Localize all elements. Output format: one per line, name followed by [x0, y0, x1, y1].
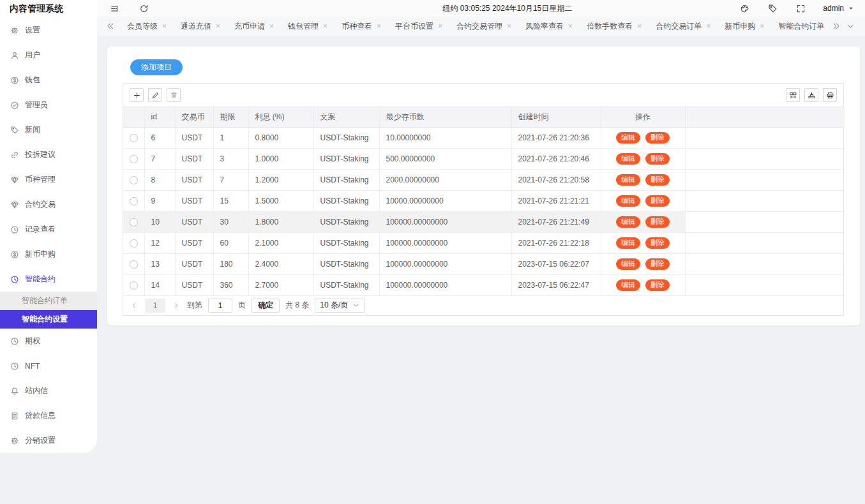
tab-member-level[interactable]: 会员等级×	[120, 17, 174, 36]
edit-button[interactable]: 编辑	[616, 258, 640, 270]
row-radio[interactable]	[130, 176, 138, 184]
collapse-icon[interactable]	[109, 3, 120, 14]
sidebar-item-settings[interactable]: 设置	[0, 18, 97, 43]
goto-page-input[interactable]	[208, 299, 232, 313]
close-icon[interactable]: ×	[269, 22, 274, 30]
plus-icon	[133, 91, 141, 100]
sidebar-item-wallet[interactable]: 钱包	[0, 68, 97, 93]
edit-button[interactable]: 编辑	[616, 174, 640, 186]
tab-risk-rate-view[interactable]: 风险率查看×	[518, 17, 580, 36]
delete-button[interactable]: 删除	[645, 195, 670, 207]
sidebar-item-loan-info[interactable]: 贷款信息	[0, 403, 97, 428]
table-header-row: id交易币期限利息 (%)文案最少存币数创建时间操作	[123, 107, 845, 127]
delete-row-button[interactable]	[167, 88, 181, 102]
palette-icon[interactable]	[739, 3, 750, 14]
row-radio[interactable]	[130, 134, 138, 142]
row-radio[interactable]	[130, 239, 138, 248]
page-next-icon[interactable]	[171, 300, 181, 311]
close-icon[interactable]: ×	[760, 22, 764, 30]
delete-button[interactable]: 删除	[645, 132, 670, 144]
close-icon[interactable]: ×	[162, 22, 167, 30]
export-button[interactable]	[804, 88, 818, 102]
sidebar-item-records-view[interactable]: 记录查看	[0, 217, 97, 242]
delete-button[interactable]: 删除	[645, 174, 670, 186]
sidebar-item-users[interactable]: 用户	[0, 43, 97, 68]
edit-button[interactable]: 编辑	[616, 216, 640, 228]
sidebar-subitem-smart-contract-orders[interactable]: 智能合约订单	[0, 292, 97, 310]
row-radio[interactable]	[130, 281, 138, 290]
tab-new-coin-subscribe[interactable]: 新币申购×	[718, 17, 771, 36]
close-icon[interactable]: ×	[438, 22, 442, 30]
goto-confirm-button[interactable]: 确定	[252, 299, 280, 313]
cell-min-deposit: 2000.00000000	[379, 169, 511, 190]
sidebar-item-distribution-settings[interactable]: 分销设置	[0, 428, 97, 453]
tab-coin-view[interactable]: 币种查看×	[335, 17, 388, 36]
tab-label: 钱包管理	[288, 21, 319, 32]
delete-button[interactable]: 删除	[645, 153, 670, 165]
sidebar-subitem-smart-contract-settings[interactable]: 智能合约设置	[0, 310, 97, 329]
sidebar-item-nft[interactable]: NFT	[0, 353, 97, 378]
tab-contract-trade-manage[interactable]: 合约交易管理×	[449, 17, 518, 36]
sidebar-item-site-messages[interactable]: 站内信	[0, 378, 97, 403]
row-radio[interactable]	[130, 218, 138, 226]
cell-filler	[685, 169, 845, 190]
sidebar-item-new-coin[interactable]: 新币申购	[0, 242, 97, 267]
close-icon[interactable]: ×	[568, 22, 573, 30]
close-icon[interactable]: ×	[323, 22, 327, 30]
tab-channel-recharge[interactable]: 通道充值×	[174, 17, 227, 36]
sidebar-item-coin-manage[interactable]: 币种管理	[0, 167, 97, 192]
cell-term: 30	[213, 211, 248, 232]
refresh-icon[interactable]	[138, 3, 149, 14]
close-icon[interactable]: ×	[706, 22, 711, 30]
edit-button[interactable]: 编辑	[616, 279, 640, 291]
username: admin	[823, 4, 844, 13]
print-button[interactable]	[823, 88, 837, 102]
page-size-select[interactable]: 10 条/页	[315, 299, 365, 313]
delete-button[interactable]: 删除	[645, 279, 670, 291]
tabs-scroll-right-icon[interactable]	[829, 19, 843, 33]
current-page[interactable]: 1	[145, 299, 165, 313]
edit-button[interactable]: 编辑	[616, 237, 640, 249]
tab-leverage-lots-view[interactable]: 倍数手数查看×	[580, 17, 649, 36]
sidebar-item-smart-contract[interactable]: 智能合约	[0, 267, 97, 292]
filter-columns-button[interactable]	[786, 88, 800, 102]
row-radio[interactable]	[130, 260, 138, 269]
close-icon[interactable]: ×	[216, 22, 220, 30]
edit-button[interactable]: 编辑	[616, 195, 640, 207]
edit-button[interactable]: 编辑	[616, 153, 640, 165]
tabs-menu-icon[interactable]	[843, 19, 857, 33]
user-menu[interactable]: admin	[823, 4, 855, 13]
cell-min-deposit: 100000.00000000	[379, 232, 511, 253]
page-prev-icon[interactable]	[129, 300, 139, 311]
delete-button[interactable]: 删除	[645, 216, 670, 228]
cell-filler	[685, 253, 845, 274]
row-radio[interactable]	[130, 197, 138, 205]
close-icon[interactable]: ×	[637, 22, 642, 30]
tab-smart-contract-orders[interactable]: 智能合约订单×	[771, 17, 827, 36]
tab-wallet-manage[interactable]: 钱包管理×	[281, 17, 335, 36]
sidebar-item-options[interactable]: 期权	[0, 329, 97, 353]
sidebar-item-feedback[interactable]: 投拆建议	[0, 142, 97, 167]
sidebar-item-news[interactable]: 新闻	[0, 117, 97, 142]
close-icon[interactable]: ×	[507, 22, 511, 30]
table-row: 8USDT71.2000USDT-Staking2000.00000000202…	[123, 169, 845, 190]
sidebar-item-label: 用户	[25, 50, 40, 61]
edit-button[interactable]: 编辑	[616, 132, 640, 144]
delete-button[interactable]: 删除	[645, 258, 670, 270]
sidebar-item-contract-trade[interactable]: 合约交易	[0, 192, 97, 217]
tab-platform-coin-settings[interactable]: 平台币设置×	[388, 17, 449, 36]
sidebar-item-admins[interactable]: 管理员	[0, 93, 97, 117]
tabs-scroll-left-icon[interactable]	[103, 19, 117, 33]
edit-row-button[interactable]	[148, 88, 162, 102]
tab-contract-trade-orders[interactable]: 合约交易订单×	[649, 17, 718, 36]
fullscreen-icon[interactable]	[795, 3, 806, 14]
close-icon[interactable]: ×	[377, 22, 381, 30]
add-item-button[interactable]: 添加项目	[130, 59, 183, 75]
delete-button[interactable]: 删除	[645, 237, 670, 249]
export-icon	[808, 91, 816, 100]
tag-icon[interactable]	[767, 3, 778, 14]
tab-deposit-request[interactable]: 充币申请×	[227, 17, 281, 36]
add-row-button[interactable]	[130, 88, 144, 102]
cell-copy: USDT-Staking	[313, 190, 379, 211]
row-radio[interactable]	[130, 155, 138, 163]
